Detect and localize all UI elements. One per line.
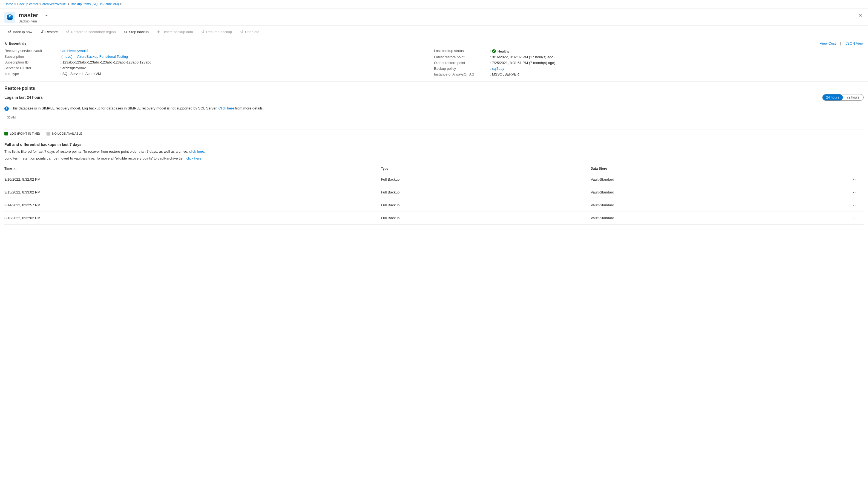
essentials-row-vault: Recovery services vault : archiveccyvaul… (4, 49, 434, 53)
row-more-button-3[interactable]: ··· (851, 215, 860, 222)
cell-actions-3: ··· (847, 212, 864, 224)
oldest-restore-label: Oldest restore point (434, 61, 489, 65)
essentials-grid: Recovery services vault : archiveccyvaul… (4, 49, 864, 78)
backup-now-button[interactable]: ↺ Backup now (4, 28, 36, 36)
stop-backup-label: Stop backup (129, 30, 149, 34)
backup-policy-value: sql7day (492, 67, 504, 71)
legend-no-logs-color (47, 132, 50, 135)
breadcrumb-backup-items[interactable]: Backup Items (SQL in Azure VM) (71, 2, 119, 6)
cell-datastore-3: Vault-Standard (590, 212, 847, 224)
col-time[interactable]: Time ↑↓ (4, 164, 381, 173)
cell-time-1: 3/15/2022, 8:33:02 PM (4, 186, 381, 199)
backup-now-icon: ↺ (8, 30, 11, 34)
restore-secondary-label: Restore to secondary region (71, 30, 115, 34)
vault-link[interactable]: archiveccyvault1 (63, 49, 89, 53)
move-link[interactable]: move (63, 55, 71, 59)
click-here-link[interactable]: Click here (218, 106, 234, 110)
restore-icon: ↺ (41, 30, 44, 34)
breadcrumb-backup-center[interactable]: Backup center (17, 2, 38, 6)
72-hours-button[interactable]: 72 hours (843, 94, 863, 100)
essentials-row-latest-restore: Latest restore point : 3/16/2022, 8:32:0… (434, 55, 864, 59)
full-backups-section: Full and differential backups in last 7 … (0, 138, 868, 229)
time-toggle: 24 hours 72 hours (822, 94, 864, 101)
restore-points-title: Restore points (4, 86, 864, 91)
subid-value: 123abc-123abc-123abc-123abc-123abc-123ab… (63, 60, 151, 64)
logs-header: Logs in last 24 hours 24 hours 72 hours (4, 94, 864, 101)
info-banner: i This database is in SIMPLE recovery mo… (4, 104, 864, 113)
more-options-icon[interactable]: ··· (43, 12, 50, 19)
table-row: 3/13/2022, 8:32:02 PM Full Backup Vault-… (4, 212, 864, 224)
cell-time-0: 3/16/2022, 8:32:02 PM (4, 173, 381, 186)
cell-datastore-1: Vault-Standard (590, 186, 847, 199)
svg-point-4 (7, 18, 13, 20)
timeline-legend: LOG (POINT IN TIME) NO LOGS AVAILABLE (0, 129, 868, 138)
info-text: This database is in SIMPLE recovery mode… (11, 106, 264, 110)
breadcrumb: Home > Backup center > archiveccyvault1 … (0, 0, 868, 9)
backup-item-icon (4, 12, 15, 23)
stop-backup-button[interactable]: ⊘ Stop backup (121, 28, 152, 36)
cell-type-2: Full Backup (381, 199, 590, 212)
essentials-row-itemtype: Item type : SQL Server in Azure VM (4, 72, 434, 76)
resume-backup-button[interactable]: ↺ Resume backup (198, 28, 236, 36)
restore-button[interactable]: ↺ Restore (37, 28, 61, 36)
cell-type-1: Full Backup (381, 186, 590, 199)
toolbar: ↺ Backup now ↺ Restore ↺ Restore to seco… (0, 26, 868, 38)
oldest-restore-value: 7/25/2021, 8:31:51 PM (7 month(s) ago) (492, 61, 555, 65)
breadcrumb-home[interactable]: Home (4, 2, 13, 6)
itemtype-value: SQL Server in Azure VM (63, 72, 101, 76)
click-here-1-link[interactable]: click here. (189, 149, 205, 154)
backup-status-label: Last backup status (434, 49, 489, 53)
delete-backup-button[interactable]: 🗑 Delete backup data (153, 28, 196, 36)
restore-secondary-button[interactable]: ↺ Restore to secondary region (63, 28, 119, 36)
click-here-2-link[interactable]: click here. (185, 156, 204, 161)
backup-now-label: Backup now (13, 30, 32, 34)
backups-desc-2: Long term retention points can be moved … (4, 156, 864, 161)
row-more-button-1[interactable]: ··· (851, 189, 860, 196)
table-header: Time ↑↓ Type Data Store (4, 164, 864, 173)
subscription-name-link[interactable]: AzureBackup Functional Testing (77, 55, 128, 59)
backup-status-value: Healthy (492, 49, 510, 53)
backups-desc-1: This list is filtered for last 7 days of… (4, 149, 864, 154)
sort-icon: ↑↓ (14, 167, 17, 170)
full-backups-title: Full and differential backups in last 7 … (4, 142, 864, 147)
svg-text:30 AM: 30 AM (7, 116, 15, 119)
table-row: 3/15/2022, 8:33:02 PM Full Backup Vault-… (4, 186, 864, 199)
essentials-actions: View Cost | JSON View (820, 41, 864, 45)
essentials-row-subid: Subscription ID : 123abc-123abc-123abc-1… (4, 60, 434, 64)
table-row: 3/14/2022, 8:32:57 PM Full Backup Vault-… (4, 199, 864, 212)
healthy-status-dot (492, 49, 496, 53)
undelete-button[interactable]: ↺ Undelete (237, 28, 263, 36)
table-body: 3/16/2022, 8:32:02 PM Full Backup Vault-… (4, 173, 864, 225)
essentials-left-col: Recovery services vault : archiveccyvaul… (4, 49, 434, 78)
header-text: master ··· Backup Item (19, 12, 50, 23)
table-row: 3/16/2022, 8:32:02 PM Full Backup Vault-… (4, 173, 864, 186)
row-more-button-2[interactable]: ··· (851, 202, 860, 209)
essentials-row-backup-status: Last backup status : Healthy (434, 49, 864, 53)
cell-time-2: 3/14/2022, 8:32:57 PM (4, 199, 381, 212)
subid-label: Subscription ID (4, 60, 59, 64)
row-more-button-0[interactable]: ··· (851, 176, 860, 183)
healthy-text: Healthy (497, 49, 510, 53)
legend-no-logs-label: NO LOGS AVAILABLE (52, 132, 82, 135)
essentials-title[interactable]: ∧ Essentials (4, 41, 26, 45)
page-title: master (19, 12, 38, 19)
vault-value: archiveccyvault1 (63, 49, 89, 53)
close-button[interactable]: ✕ (857, 12, 864, 19)
restore-secondary-icon: ↺ (66, 30, 69, 34)
essentials-row-oldest-restore: Oldest restore point : 7/25/2021, 8:31:5… (434, 61, 864, 65)
essentials-header: ∧ Essentials View Cost | JSON View (4, 41, 864, 45)
breadcrumb-vault[interactable]: archiveccyvault1 (43, 2, 67, 6)
instance-value: MSSQLSERVER (492, 72, 519, 76)
undelete-icon: ↺ (240, 30, 244, 34)
essentials-right-col: Last backup status : Healthy Latest rest… (434, 49, 864, 78)
legend-no-logs-item: NO LOGS AVAILABLE (47, 132, 82, 135)
24-hours-button[interactable]: 24 hours (823, 94, 843, 100)
timeline-chart: 30 AM (4, 113, 864, 129)
latest-restore-label: Latest restore point (434, 55, 489, 59)
json-view-link[interactable]: JSON View (846, 41, 864, 45)
backup-policy-link[interactable]: sql7day (492, 67, 504, 71)
essentials-row-instance: Instance or AlwaysOn AG : MSSQLSERVER (434, 72, 864, 76)
backup-policy-label: Backup policy (434, 67, 489, 71)
cell-actions-2: ··· (847, 199, 864, 212)
view-cost-link[interactable]: View Cost (820, 41, 836, 45)
